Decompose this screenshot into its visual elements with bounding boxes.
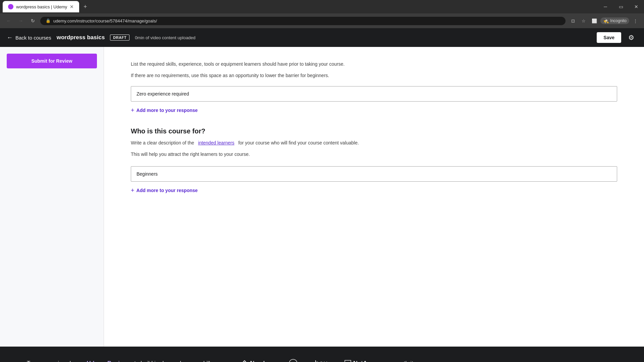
back-nav-button[interactable]: ← xyxy=(4,16,13,25)
draft-badge: DRAFT xyxy=(110,35,129,41)
vw-logo: VW xyxy=(288,359,298,362)
who-section: Who is this course for? Write a clear de… xyxy=(131,127,617,194)
tab-favicon xyxy=(8,4,13,9)
minimize-button[interactable]: ─ xyxy=(598,1,613,12)
header-right: Save ⚙ xyxy=(597,32,637,44)
back-arrow-icon: ← xyxy=(7,34,13,41)
app-header: ← Back to courses wordpress basics DRAFT… xyxy=(0,28,644,47)
plus-icon: + xyxy=(131,107,135,114)
requirements-add-more-label: Add more to your response xyxy=(137,108,198,113)
back-to-courses-link[interactable]: ← Back to courses xyxy=(7,34,51,41)
who-section-body: Write a clear description of the intende… xyxy=(131,139,617,158)
forward-nav-button[interactable]: → xyxy=(16,16,25,25)
footer: Top companies choose Udemy Business to b… xyxy=(0,347,644,362)
new-tab-button[interactable]: + xyxy=(80,2,90,11)
address-bar[interactable]: 🔒 udemy.com/instructor/course/5784474/ma… xyxy=(40,17,566,25)
restore-button[interactable]: ▭ xyxy=(613,1,629,12)
incognito-badge: 🕵 Incognito xyxy=(600,17,629,24)
main-content: List the required skills, experience, to… xyxy=(104,47,644,347)
requirements-description-line1: List the required skills, experience, to… xyxy=(131,60,617,68)
browser-tab[interactable]: wordpress basics | Udemy ✕ xyxy=(3,1,79,12)
plus-icon-2: + xyxy=(131,187,135,194)
udemy-business-link[interactable]: Udemy Business xyxy=(87,360,133,362)
nasdaq-logo: Nasdaq xyxy=(241,360,272,362)
who-description-line2: This will help you attract the right lea… xyxy=(131,150,617,158)
svg-rect-2 xyxy=(345,360,351,362)
submit-for-review-button[interactable]: Submit for Review xyxy=(7,54,97,68)
intended-learners-link[interactable]: intended learners xyxy=(198,140,234,145)
close-button[interactable]: ✕ xyxy=(629,1,644,12)
gear-icon: ⚙ xyxy=(628,34,634,42)
tab-title: wordpress basics | Udemy xyxy=(16,4,67,9)
window-controls: ─ ▭ ✕ xyxy=(598,0,644,13)
bookmark-icon[interactable]: ☆ xyxy=(579,16,588,25)
browser-extras: ⊡ ☆ ⬜ 🕵 Incognito ⋮ xyxy=(568,16,640,25)
menu-icon[interactable]: ⋮ xyxy=(631,16,640,25)
video-info: 0min of video content uploaded xyxy=(135,35,196,40)
footer-logos: Nasdaq VW box NetApp eventbrite xyxy=(241,359,416,362)
page-layout: Submit for Review List the required skil… xyxy=(0,47,644,347)
eventbrite-logo: eventbrite xyxy=(391,360,417,362)
back-to-courses-label: Back to courses xyxy=(15,35,51,41)
footer-tagline: Top companies choose Udemy Business to b… xyxy=(27,360,214,362)
who-add-more-link[interactable]: + Add more to your response xyxy=(131,187,617,194)
who-section-title: Who is this course for? xyxy=(131,127,617,135)
requirements-section: List the required skills, experience, to… xyxy=(131,60,617,114)
course-title: wordpress basics xyxy=(57,34,105,41)
footer-tagline-end: to build in-demand career skills. xyxy=(134,360,214,362)
requirements-add-more-link[interactable]: + Add more to your response xyxy=(131,107,617,114)
requirements-description-line2: If there are no requirements, use this s… xyxy=(131,72,617,79)
who-description-part2: for your course who will find your cours… xyxy=(238,140,359,145)
who-add-more-label: Add more to your response xyxy=(137,188,198,193)
settings-button[interactable]: ⚙ xyxy=(625,32,637,44)
incognito-icon: 🕵 xyxy=(603,18,609,23)
incognito-label: Incognito xyxy=(610,18,627,23)
box-logo: box xyxy=(315,359,327,362)
profile-icon[interactable]: ⬜ xyxy=(590,16,599,25)
who-description-line1: Write a clear description of the intende… xyxy=(131,139,617,146)
footer-tagline-start: Top companies choose xyxy=(27,360,87,362)
requirements-input[interactable] xyxy=(131,86,617,102)
tab-close-icon[interactable]: ✕ xyxy=(70,4,74,9)
browser-toolbar: ← → ↻ 🔒 udemy.com/instructor/course/5784… xyxy=(0,13,644,28)
sidebar: Submit for Review xyxy=(0,47,104,347)
url-text: udemy.com/instructor/course/5784474/mana… xyxy=(53,18,157,23)
save-button[interactable]: Save xyxy=(597,32,621,43)
reload-button[interactable]: ↻ xyxy=(28,16,38,25)
cast-icon[interactable]: ⊡ xyxy=(568,16,578,25)
netapp-logo: NetApp xyxy=(344,360,375,362)
browser-chrome: wordpress basics | Udemy ✕ + ─ ▭ ✕ ← → ↻… xyxy=(0,0,644,28)
lock-icon: 🔒 xyxy=(46,18,51,23)
who-description-part1: Write a clear description of the xyxy=(131,140,194,145)
who-section-input[interactable] xyxy=(131,166,617,182)
